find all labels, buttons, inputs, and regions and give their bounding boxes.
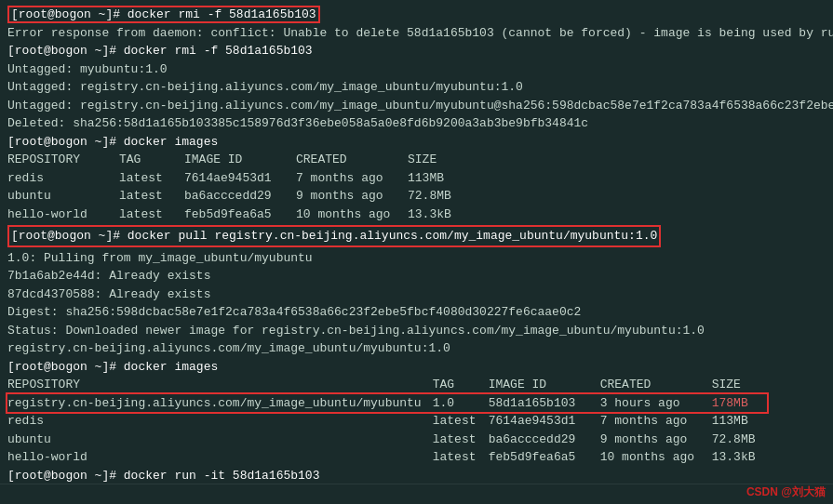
cell2-tag-redis: latest <box>433 412 489 431</box>
cell2-id-redis: 7614ae9453d1 <box>489 412 600 431</box>
cell2-created-hello: 10 months ago <box>600 448 712 467</box>
cell2-repo-registry: registry.cn-beijing.aliyuncs.com/my_imag… <box>7 394 433 413</box>
table1-row-redis: redis latest 7614ae9453d1 7 months ago 1… <box>7 169 463 188</box>
cell2-tag-registry: 1.0 <box>433 394 489 413</box>
table2-header: REPOSITORY TAG IMAGE ID CREATED SIZE <box>7 376 767 394</box>
line-2: Error response from daemon: conflict: Un… <box>7 24 826 43</box>
line-pull-2: 7b1a6ab2e44d: Already exists <box>7 267 826 285</box>
cell-created-redis: 7 months ago <box>296 169 408 188</box>
line-images2: [root@bogon ~]# docker images <box>7 358 826 377</box>
table2-row-redis: redis latest 7614ae9453d1 7 months ago 1… <box>7 412 767 431</box>
line-run: [root@bogon ~]# docker run -it 58d1a165b… <box>7 467 826 484</box>
line-5: Untagged: registry.cn-beijing.aliyuncs.c… <box>7 78 826 97</box>
table1-container: REPOSITORY TAG IMAGE ID CREATED SIZE red… <box>7 151 826 223</box>
table2-row-registry: registry.cn-beijing.aliyuncs.com/my_imag… <box>7 394 767 413</box>
cell-repo-hello: hello-world <box>7 206 119 224</box>
line-pull-4: Digest: sha256:598dcbac58e7e1f2ca783a4f6… <box>7 303 826 322</box>
col-imageid: IMAGE ID <box>184 151 296 169</box>
cell-size-redis: 113MB <box>408 169 463 188</box>
cell2-tag-ubuntu: latest <box>433 431 489 449</box>
col-created: CREATED <box>296 151 408 169</box>
line-4: Untagged: myubuntu:1.0 <box>7 60 826 79</box>
brand-label: CSDN @刘大猫 <box>746 484 826 500</box>
cell2-created-redis: 7 months ago <box>600 412 712 431</box>
pull-cmd: [root@bogon ~]# docker pull registry.cn-… <box>11 227 657 245</box>
docker-table-2: REPOSITORY TAG IMAGE ID CREATED SIZE reg… <box>7 376 767 467</box>
cell2-id-ubuntu: ba6acccedd29 <box>489 431 600 449</box>
cell-id-hello: feb5d9fea6a5 <box>184 206 296 224</box>
table1-header: REPOSITORY TAG IMAGE ID CREATED SIZE <box>7 151 463 169</box>
col2-created: CREATED <box>600 376 712 394</box>
cell-tag-redis: latest <box>119 169 184 188</box>
terminal: [root@bogon ~]# docker rmi -f 58d1a165b1… <box>0 0 833 484</box>
cmd-3: [root@bogon ~]# docker rmi -f 58d1a165b1… <box>7 44 313 58</box>
line-3: [root@bogon ~]# docker rmi -f 58d1a165b1… <box>7 42 826 60</box>
col2-repository: REPOSITORY <box>7 376 433 394</box>
line-8: [root@bogon ~]# docker images <box>7 133 826 152</box>
cell2-repo-hello: hello-world <box>7 448 433 467</box>
cell-created-ubuntu: 9 months ago <box>296 187 408 206</box>
line-pull-6: registry.cn-beijing.aliyuncs.com/my_imag… <box>7 339 826 358</box>
footer-bar: CSDN @刘大猫 <box>0 484 833 504</box>
cell-repo-redis: redis <box>7 169 119 188</box>
table2-row-ubuntu: ubuntu latest ba6acccedd29 9 months ago … <box>7 431 767 449</box>
col2-size: SIZE <box>712 376 767 394</box>
col-tag: TAG <box>119 151 184 169</box>
cell-size-hello: 13.3kB <box>408 206 463 224</box>
line-pull-3: 87dcd4370588: Already exists <box>7 285 826 304</box>
cmd-images2: [root@bogon ~]# docker images <box>7 360 218 374</box>
cell-size-ubuntu: 72.8MB <box>408 187 463 206</box>
cell2-size-redis: 113MB <box>712 412 767 431</box>
cmd-8: [root@bogon ~]# docker images <box>7 135 218 149</box>
col-repository: REPOSITORY <box>7 151 119 169</box>
cell2-tag-hello: latest <box>433 448 489 467</box>
cell-id-redis: 7614ae9453d1 <box>184 169 296 188</box>
col2-imageid: IMAGE ID <box>489 376 600 394</box>
cell-tag-ubuntu: latest <box>119 187 184 206</box>
line-pull-1: 1.0: Pulling from my_image_ubuntu/myubun… <box>7 249 826 268</box>
highlight-cmd-1: [root@bogon ~]# docker rmi -f 58d1a165b1… <box>7 6 320 23</box>
cell2-size-ubuntu: 72.8MB <box>712 431 767 449</box>
docker-table-1: REPOSITORY TAG IMAGE ID CREATED SIZE red… <box>7 151 463 223</box>
table2-container: REPOSITORY TAG IMAGE ID CREATED SIZE reg… <box>7 376 826 467</box>
cell2-id-hello: feb5d9fea6a5 <box>489 448 600 467</box>
cell-repo-ubuntu: ubuntu <box>7 187 119 206</box>
cell2-size-registry: 178MB <box>712 394 767 413</box>
cell2-repo-ubuntu: ubuntu <box>7 431 433 449</box>
cell2-created-ubuntu: 9 months ago <box>600 431 712 449</box>
col-size: SIZE <box>408 151 463 169</box>
line-pull-5: Status: Downloaded newer image for regis… <box>7 322 826 340</box>
cell-created-hello: 10 months ago <box>296 206 408 224</box>
cell2-size-hello: 13.3kB <box>712 448 767 467</box>
line-6: Untagged: registry.cn-beijing.aliyuncs.c… <box>7 97 826 115</box>
table1-row-ubuntu: ubuntu latest ba6acccedd29 9 months ago … <box>7 187 463 206</box>
table1-row-hello: hello-world latest feb5d9fea6a5 10 month… <box>7 206 463 224</box>
cmd-run: [root@bogon ~]# docker run -it 58d1a165b… <box>7 469 319 483</box>
cell2-created-registry: 3 hours ago <box>600 394 712 413</box>
col2-tag: TAG <box>433 376 489 394</box>
cell2-repo-redis: redis <box>7 412 433 431</box>
line-7: Deleted: sha256:58d1a165b103385c158976d3… <box>7 114 826 133</box>
cell-tag-hello: latest <box>119 206 184 224</box>
highlight-pull-block: [root@bogon ~]# docker pull registry.cn-… <box>7 225 661 247</box>
table2-row-hello: hello-world latest feb5d9fea6a5 10 month… <box>7 448 767 467</box>
cell2-id-registry: 58d1a165b103 <box>489 394 600 413</box>
line-1: [root@bogon ~]# docker rmi -f 58d1a165b1… <box>7 6 826 24</box>
cell-id-ubuntu: ba6acccedd29 <box>184 187 296 206</box>
